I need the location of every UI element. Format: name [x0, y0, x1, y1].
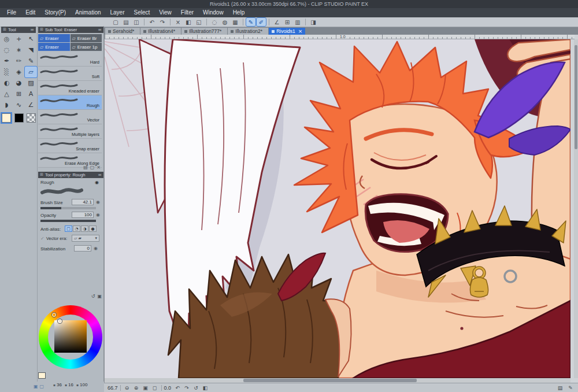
auto-select-tool-icon[interactable]: ∗	[13, 45, 25, 56]
menu-item[interactable]: View	[154, 8, 176, 17]
decoration-tool-icon[interactable]: ◈	[13, 66, 25, 77]
stabilization-spinner-icon[interactable]: ◉	[94, 246, 98, 251]
deselect-icon[interactable]: ◌	[210, 18, 219, 26]
rotation-value[interactable]: 0.0	[164, 385, 172, 391]
subtool-preset-row[interactable]: Vector	[38, 110, 102, 124]
subtool-preset-row[interactable]: Multiple layers	[38, 124, 102, 139]
hue-cursor[interactable]	[52, 313, 56, 317]
brush-tool-icon[interactable]: ✎	[25, 56, 37, 66]
vector-eraser-checkbox[interactable]: ✓	[40, 236, 45, 241]
pen-tool-icon[interactable]: ✒	[1, 56, 13, 66]
operation-tool-icon[interactable]: ↖	[25, 34, 37, 45]
menu-item[interactable]: Window	[198, 8, 228, 17]
opacity-value[interactable]: 100	[72, 212, 94, 218]
toolbar-separator[interactable]	[144, 19, 144, 25]
canvas-artwork[interactable]	[105, 39, 570, 378]
lock-icon[interactable]: ◉	[95, 180, 99, 185]
subtool-preset-row[interactable]: Kneaded eraser	[38, 81, 102, 95]
document-tab[interactable]: Illustration4*	[140, 28, 181, 35]
blend-tool-icon[interactable]: ◐	[1, 77, 13, 88]
rotate-ccw-icon[interactable]: ↶	[173, 384, 181, 391]
flip-horizontal-icon[interactable]: ◧	[201, 384, 209, 391]
subtool-group-button[interactable]: ▱ Eraser	[38, 34, 70, 42]
balloon-tool-icon[interactable]: ◗	[1, 99, 13, 110]
fill-icon[interactable]: ◧	[184, 18, 193, 26]
horizontal-scrollbar-thumb[interactable]	[243, 379, 417, 382]
invert-selection-icon[interactable]: ◍	[220, 18, 229, 26]
new-subtool-group-icon[interactable]: ▤	[83, 165, 88, 170]
vertical-scrollbar-thumb[interactable]	[575, 45, 577, 149]
fill-tool-icon[interactable]: ◕	[13, 77, 25, 88]
tab-close-icon[interactable]: ×	[298, 28, 303, 35]
document-tab[interactable]: Rivoids1 ×	[269, 28, 305, 35]
menu-item[interactable]: Layer	[106, 8, 129, 17]
zoom-out-icon[interactable]: ⊖	[123, 384, 131, 391]
fit-screen-icon[interactable]: ▣	[142, 384, 150, 391]
opacity-spinner-icon[interactable]: ◉	[96, 212, 100, 217]
menu-item[interactable]: Help	[228, 8, 250, 17]
material-panel-icon[interactable]: ▤	[556, 384, 564, 391]
zoom-percentage[interactable]: 66.7	[108, 385, 118, 391]
redo-icon[interactable]: ↷	[158, 18, 167, 26]
window-thumbnail-icon-1[interactable]: ▣	[34, 384, 38, 389]
selection-tool-icon[interactable]: ◌	[1, 45, 13, 56]
brush-size-slider[interactable]	[40, 207, 96, 209]
airbrush-tool-icon[interactable]: ░	[1, 66, 13, 77]
subtool-group-button[interactable]: ▱ Eraser	[38, 43, 70, 51]
menu-item[interactable]: Story(P)	[40, 8, 71, 17]
toolbar-separator[interactable]	[170, 19, 171, 25]
transparent-color-swatch[interactable]	[27, 113, 36, 123]
main-color-swatch[interactable]	[2, 113, 11, 123]
brush-size-value[interactable]: 42.1	[72, 199, 94, 205]
sv-cursor[interactable]	[58, 319, 62, 323]
horizontal-scrollbar[interactable]	[105, 378, 570, 383]
subtool-preset-row[interactable]: Snap eraser	[38, 139, 102, 153]
ruler-tool-icon[interactable]: ∠	[25, 99, 37, 110]
aa-weak-icon[interactable]: ◔	[73, 225, 80, 232]
menu-item[interactable]: Edit	[21, 8, 40, 17]
toolbar-separator[interactable]	[269, 19, 269, 25]
opacity-slider[interactable]	[40, 220, 96, 222]
tool-panel-header[interactable]: ⊞ Tool ≡	[1, 27, 36, 33]
ruler-icon[interactable]: ∠	[272, 18, 281, 26]
eyedropper-tool-icon[interactable]: ◥	[25, 45, 37, 56]
toolbar-separator[interactable]	[243, 19, 243, 25]
saturation-value-square[interactable]	[54, 320, 87, 353]
new-subtool-icon[interactable]: ▢	[90, 165, 95, 170]
pencil-tool-icon[interactable]: ✏	[13, 56, 25, 66]
aa-none-icon[interactable]: □	[65, 225, 72, 232]
delete-subtool-icon[interactable]: ×	[97, 165, 101, 170]
text-tool-icon[interactable]: A	[25, 88, 37, 99]
toolbar-separator[interactable]	[305, 19, 306, 25]
subtool-preset-row[interactable]: Hard	[38, 52, 102, 66]
actual-size-icon[interactable]: ◻	[151, 384, 159, 391]
scale-rotate-icon[interactable]: ◱	[194, 18, 203, 26]
vertical-scrollbar[interactable]	[574, 39, 578, 378]
menu-item[interactable]: File	[2, 8, 21, 17]
subtool-preset-row[interactable]: Rough	[38, 95, 102, 110]
figure-tool-icon[interactable]: △	[1, 88, 13, 99]
edit-mode-icon[interactable]: ✎	[566, 384, 575, 391]
window-thumbnail-icon-2[interactable]: ▢	[40, 384, 45, 389]
grid-icon[interactable]: ⊞	[283, 18, 292, 26]
line-correction-tool-icon[interactable]: ∿	[13, 99, 25, 110]
reset-rotation-icon[interactable]: ↺	[192, 384, 200, 391]
rotate-cw-icon[interactable]: ↷	[183, 384, 191, 391]
menu-item[interactable]: Select	[129, 8, 155, 17]
eraser-tool-icon[interactable]: ▱	[25, 66, 37, 77]
toolbar-separator[interactable]	[206, 19, 207, 25]
move-tool-icon[interactable]: +	[13, 34, 25, 45]
snap-to-special-ruler-icon[interactable]: ✐	[257, 18, 266, 26]
reset-settings-icon[interactable]: ↺	[91, 294, 95, 299]
subtool-group-button[interactable]: ▱ Eraser Br	[71, 34, 102, 42]
selection-border-icon[interactable]: ▦	[231, 18, 240, 26]
panel-menu-icon[interactable]: ≡	[98, 172, 102, 178]
document-tab[interactable]: Serahoid*	[105, 28, 140, 35]
gradient-tool-icon[interactable]: ▨	[25, 77, 37, 88]
subtool-preset-row[interactable]: Soft	[38, 66, 102, 81]
workspace-icon[interactable]: ◨	[309, 18, 318, 26]
brush-size-spinner-icon[interactable]: ◉	[96, 199, 100, 205]
panel-menu-icon[interactable]: ≡	[30, 27, 34, 33]
panel-menu-icon[interactable]: ≡	[98, 27, 102, 33]
subtool-panel-header[interactable]: ⊞ Sub Tool: Eraser ≡	[38, 27, 103, 33]
